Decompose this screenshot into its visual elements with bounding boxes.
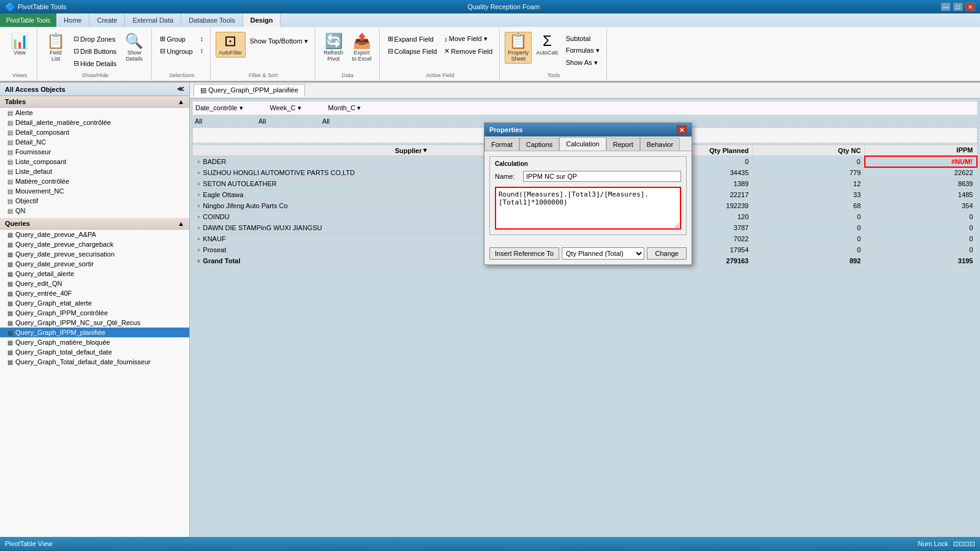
app-icon: 🔷 bbox=[5, 2, 15, 12]
tab-create[interactable]: Create bbox=[89, 13, 125, 27]
nav-item-query[interactable]: ▦Query_Graph_total_defaut_date bbox=[0, 347, 189, 357]
views-content: 📊 View bbox=[6, 29, 33, 78]
nav-item-query[interactable]: ▦Query_edit_QN bbox=[0, 279, 189, 288]
dialog-close-button[interactable]: ✕ bbox=[677, 126, 687, 134]
nav-collapse-icon[interactable]: ≪ bbox=[177, 85, 184, 93]
tab-database-tools[interactable]: Database Tools bbox=[181, 13, 243, 27]
content-header: ▤ Query_Graph_IPPM_planifiée bbox=[190, 83, 980, 99]
tab-design[interactable]: Design bbox=[243, 13, 281, 27]
show-details-button[interactable]: 🔍 ShowDetails bbox=[121, 32, 148, 64]
nav-item-table[interactable]: ▤Fournisseur bbox=[0, 147, 189, 157]
month-filter[interactable]: Month_C ▾ bbox=[328, 104, 361, 112]
sort-za-button[interactable]: ↕ bbox=[197, 45, 207, 56]
autocalc-button[interactable]: Σ AutoCalc bbox=[533, 32, 562, 58]
expand-row-icon[interactable]: + bbox=[197, 236, 201, 242]
tab-calculation[interactable]: Calculation bbox=[559, 137, 606, 151]
expand-row-icon[interactable]: + bbox=[197, 192, 201, 198]
show-as-button[interactable]: Show As ▾ bbox=[563, 57, 603, 69]
nav-item-table[interactable]: ▤Détail_NC bbox=[0, 137, 189, 147]
expand-row-icon[interactable]: + bbox=[197, 159, 201, 165]
week-filter-label: Week_C ▾ bbox=[270, 104, 301, 112]
tab-behavior[interactable]: Behavior bbox=[640, 138, 680, 151]
remove-field-button[interactable]: ✕ Remove Field bbox=[441, 45, 496, 57]
nav-item-query[interactable]: ▦Query_date_prevue_chargeback bbox=[0, 239, 189, 249]
date-filter[interactable]: Date_contrôle ▾ bbox=[195, 104, 243, 112]
group-button[interactable]: ⊞ Group bbox=[157, 33, 195, 45]
table-icon: ▤ bbox=[7, 119, 13, 126]
drill-buttons-button[interactable]: ⊡ Drill Buttons bbox=[70, 45, 119, 57]
expand-row-icon[interactable]: + bbox=[197, 258, 201, 264]
close-button[interactable]: ✕ bbox=[965, 2, 975, 11]
nav-item-table[interactable]: ▤Objectif bbox=[0, 196, 189, 206]
nav-item-table[interactable]: ▤Liste_composant bbox=[0, 157, 189, 167]
ippm-cell: 22622 bbox=[865, 167, 977, 178]
qty-nc-cell: 12 bbox=[753, 178, 865, 189]
ungroup-button[interactable]: ⊟ Ungroup bbox=[157, 45, 195, 57]
expand-row-icon[interactable]: + bbox=[197, 170, 201, 176]
move-field-button[interactable]: ↕ Move Field ▾ bbox=[441, 33, 496, 45]
tab-home[interactable]: Home bbox=[56, 13, 89, 27]
formulas-button[interactable]: Formulas ▾ bbox=[563, 45, 603, 56]
nav-item-table[interactable]: ▤Detail_composant bbox=[0, 127, 189, 137]
expand-row-icon[interactable]: + bbox=[197, 181, 201, 187]
expand-field-button[interactable]: ⊞ Expand Field bbox=[385, 33, 440, 45]
export-excel-button[interactable]: 📤 Exportto Excel bbox=[349, 32, 375, 64]
view-button[interactable]: 📊 View bbox=[6, 32, 33, 58]
tab-external-data[interactable]: External Data bbox=[125, 13, 181, 27]
show-top-bottom-button[interactable]: Show Top/Bottom ▾ bbox=[247, 36, 311, 47]
group-filter-sort: ⊡ AutoFilter Show Top/Bottom ▾ Filter & … bbox=[212, 28, 315, 80]
nav-item-query[interactable]: ▦Query_Graph_IPPM_contrôlée bbox=[0, 308, 189, 318]
tab-captions[interactable]: Captions bbox=[519, 138, 559, 151]
reference-dropdown[interactable]: Qty Planned (Total) bbox=[562, 247, 645, 260]
autofilter-button[interactable]: ⊡ AutoFilter bbox=[216, 32, 246, 58]
hide-details-button[interactable]: ⊟ Hide Details bbox=[70, 58, 119, 69]
week-filter[interactable]: Week_C ▾ bbox=[270, 104, 301, 112]
pivot-tools-label: PivotTable Tools bbox=[18, 3, 66, 10]
nav-item-table[interactable]: ▤Mouvement_NC bbox=[0, 186, 189, 196]
tab-report[interactable]: Report bbox=[606, 138, 640, 151]
expand-row-icon[interactable]: + bbox=[197, 247, 201, 253]
nav-item-query[interactable]: ▦Query_date_prevue_sortir bbox=[0, 259, 189, 269]
nav-item-table[interactable]: ▤Matière_contrôlée bbox=[0, 176, 189, 186]
nav-item-table[interactable]: ▤Alerte bbox=[0, 108, 189, 118]
change-button[interactable]: Change bbox=[647, 247, 687, 260]
queries-section-header[interactable]: Queries ▲ bbox=[0, 218, 189, 230]
collapse-field-button[interactable]: ⊟ Collapse Field bbox=[385, 45, 440, 57]
nav-item-table[interactable]: ▤QN bbox=[0, 206, 189, 216]
nav-item-table[interactable]: ▤Liste_defaut bbox=[0, 167, 189, 176]
expand-row-icon[interactable]: + bbox=[197, 225, 201, 231]
insert-reference-button[interactable]: Insert Reference To bbox=[489, 247, 559, 260]
expand-row-icon[interactable]: + bbox=[197, 214, 201, 220]
expand-row-icon[interactable]: + bbox=[197, 203, 201, 209]
nav-item-query[interactable]: ▦Query_Graph_etat_alerte bbox=[0, 298, 189, 308]
subtotal-button[interactable]: Subtotal bbox=[563, 33, 603, 44]
refresh-pivot-button[interactable]: 🔄 RefreshPivot bbox=[320, 32, 347, 64]
pivot-tab[interactable]: ▤ Query_Graph_IPPM_planifiée bbox=[194, 84, 305, 97]
pivot-tools-tab[interactable]: PivotTable Tools bbox=[0, 13, 56, 27]
tables-section-header[interactable]: Tables ▲ bbox=[0, 96, 189, 108]
ungroup-label: Ungroup bbox=[167, 48, 192, 55]
tab-format[interactable]: Format bbox=[484, 138, 519, 151]
field-list-button[interactable]: 📋 FieldList bbox=[42, 32, 69, 64]
properties-dialog[interactable]: Properties ✕ Format Captions Calculation… bbox=[484, 122, 692, 265]
tab-icon: ▤ bbox=[200, 86, 206, 94]
nav-item-table[interactable]: ▤Détail_alerte_matière_contrôlée bbox=[0, 118, 189, 127]
nav-item-query[interactable]: ▦Query_Graph_IPPM_NC_sur_Qté_Recus bbox=[0, 318, 189, 328]
nav-item-query[interactable]: ▦Query_Graph_Total_defaut_date_fournisse… bbox=[0, 357, 189, 367]
expand-icon: ⊞ bbox=[388, 35, 393, 43]
nav-item-query[interactable]: ▦Query_date_prevue_A&PA bbox=[0, 230, 189, 239]
selections-content: ⊞ Group ⊟ Ungroup ↕ ↕ bbox=[157, 29, 206, 78]
sort-az-button[interactable]: ↕ bbox=[197, 33, 207, 44]
maximize-button[interactable]: □ bbox=[953, 2, 963, 11]
drop-zones-button[interactable]: ⊡ Drop Zones bbox=[70, 33, 119, 45]
nav-item-query[interactable]: ▦Query_detail_alerte bbox=[0, 269, 189, 279]
property-sheet-button[interactable]: 📋 PropertySheet bbox=[505, 32, 532, 64]
minimize-button[interactable]: — bbox=[941, 2, 951, 11]
nav-item-query[interactable]: ▦Query_entrée_40F bbox=[0, 288, 189, 298]
nav-item-query[interactable]: ▦Query_date_prevue_securisation bbox=[0, 249, 189, 259]
supplier-dropdown[interactable]: Supplier ▾ bbox=[395, 146, 427, 154]
name-input[interactable] bbox=[523, 171, 681, 182]
formula-textarea[interactable]: Round([Measures].[Total3]/[Measures].[To… bbox=[495, 187, 681, 230]
nav-item-query[interactable]: ▦Query_Graph_matière_bloquée bbox=[0, 337, 189, 347]
nav-item-query[interactable]: ▦Query_Graph_IPPM_planifiée bbox=[0, 328, 189, 337]
